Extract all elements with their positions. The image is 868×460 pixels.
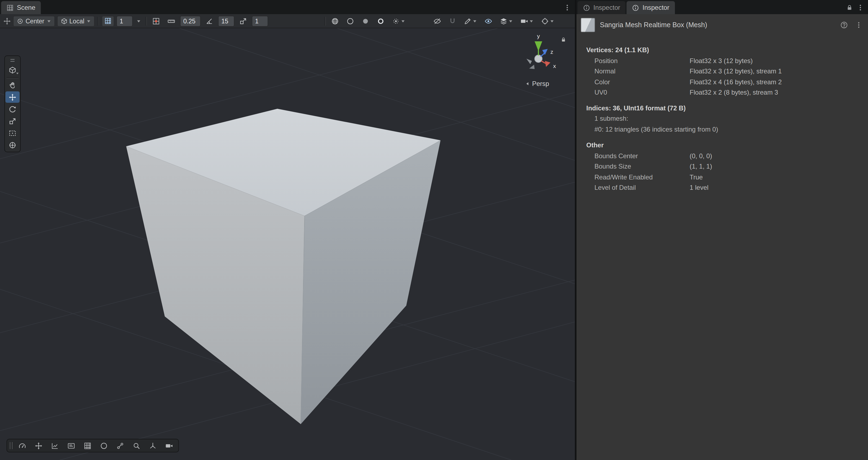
gizmo-lock-icon[interactable] <box>561 37 566 42</box>
inspector-panel-menu-icon[interactable] <box>855 1 866 14</box>
axis-icon <box>149 442 156 450</box>
inspector-lock-icon[interactable] <box>844 1 855 14</box>
chevron-down-icon <box>550 19 554 23</box>
transform-icon <box>9 141 16 149</box>
help-icon[interactable] <box>839 20 849 30</box>
effects-dropdown[interactable] <box>390 16 408 26</box>
view-tool-button[interactable] <box>5 80 20 91</box>
tool-palette <box>4 56 21 152</box>
pivot-label: Center <box>26 18 44 24</box>
tools-overlay-menu[interactable] <box>5 64 20 75</box>
stats-gauge-button[interactable] <box>15 440 29 451</box>
audio-toggle[interactable] <box>359 16 372 26</box>
overlays-dropdown[interactable] <box>497 16 516 26</box>
pen-icon <box>464 17 471 25</box>
eye-icon <box>485 17 492 25</box>
property-row: Bounds Center (0, 0, 0) <box>577 151 868 161</box>
rect-tool-button[interactable] <box>5 127 20 139</box>
rotate-tool-button[interactable] <box>5 103 20 115</box>
layers-icon <box>500 17 507 25</box>
property-label: UV0 <box>594 89 690 96</box>
mesh-thumbnail[interactable] <box>581 18 595 32</box>
transform-tool-button[interactable] <box>5 139 20 151</box>
section-title: Vertices: 24 (1.1 KB) <box>577 44 868 56</box>
annotation-dropdown[interactable] <box>461 16 480 26</box>
projection-toggle[interactable]: Persp <box>507 80 567 88</box>
gauge-icon <box>18 442 26 450</box>
info-line: #0: 12 triangles (36 indices starting fr… <box>577 124 868 135</box>
overlay-drag-handle[interactable] <box>10 442 12 449</box>
tab-scene[interactable]: Scene <box>1 1 41 14</box>
console-button[interactable] <box>64 440 78 451</box>
section-title: Indices: 36, UInt16 format (72 B) <box>577 103 868 114</box>
orb-icon <box>541 17 549 25</box>
toolbar-divider <box>98 17 98 25</box>
gizmo-x-axis[interactable]: x <box>541 61 556 69</box>
effects-toggle[interactable] <box>374 16 387 26</box>
grid-size-dropdown[interactable] <box>135 16 143 26</box>
property-value: 1 level <box>690 184 868 192</box>
search-icon <box>132 442 140 450</box>
property-value: Float32 x 3 (12 bytes), stream 1 <box>690 68 868 75</box>
inspector-title: Sangria Mesh Realtime Box (Mesh) <box>600 21 707 29</box>
tab-inspector-1[interactable]: Inspector <box>578 1 626 14</box>
scene-toolbar: Center Local <box>0 14 575 28</box>
header-menu-icon[interactable] <box>854 20 864 30</box>
scale-snap-icon <box>239 17 247 25</box>
hidden-objects-toggle[interactable] <box>431 16 444 26</box>
svg-text:y: y <box>537 33 540 39</box>
tab-inspector-2[interactable]: Inspector <box>627 1 675 14</box>
gizmos-dropdown[interactable] <box>538 16 557 26</box>
scene-panel-menu-icon[interactable] <box>562 1 573 14</box>
search-button[interactable] <box>129 440 143 451</box>
inspector-tab-icon <box>632 4 639 11</box>
pivot-mode-dropdown[interactable]: Center <box>13 16 55 26</box>
rotate-snap-button[interactable] <box>203 16 216 26</box>
scale-snap-button[interactable] <box>237 16 250 26</box>
gizmo-negative-axes[interactable] <box>526 59 535 69</box>
scene-viewport[interactable]: y z x <box>0 28 575 460</box>
profiler-chart-button[interactable] <box>48 440 61 451</box>
toolbar-divider <box>325 17 325 25</box>
rotate-snap-icon <box>206 17 213 25</box>
sphere-preview-button[interactable] <box>97 440 111 451</box>
grid-toggle-icon <box>104 18 112 25</box>
grid-size-field[interactable] <box>116 16 133 26</box>
property-label: Level of Detail <box>594 184 690 192</box>
cube-object[interactable] <box>126 109 440 424</box>
scale-tool-button[interactable] <box>5 115 20 127</box>
lighting-toggle[interactable] <box>344 16 357 26</box>
move-snap-field[interactable] <box>180 16 201 26</box>
chevron-down-icon <box>46 19 51 23</box>
svg-text:z: z <box>550 49 553 55</box>
chevron-down-icon <box>473 19 477 23</box>
move-overlay-button[interactable] <box>32 440 45 451</box>
scene-visibility-toggle[interactable] <box>482 16 495 26</box>
move-tool-button[interactable] <box>5 91 20 103</box>
scene-tab-icon <box>6 4 13 11</box>
inspector-tab-label: Inspector <box>643 4 670 11</box>
palette-drag-handle[interactable] <box>6 57 19 64</box>
rotate-snap-field[interactable] <box>218 16 235 26</box>
camera-dropdown[interactable] <box>518 16 536 26</box>
camera-overlay-button[interactable] <box>162 440 176 451</box>
shaded-mode-button[interactable] <box>329 16 342 26</box>
scene-3d-view <box>0 28 575 460</box>
scale-snap-field[interactable] <box>252 16 268 26</box>
snap-magnet-toggle[interactable] <box>446 16 459 26</box>
gizmo-y-axis[interactable]: y <box>535 33 542 56</box>
inspector-panel: Inspector Inspector Sangria Mesh Realtim… <box>577 0 868 460</box>
handle-orientation-dropdown[interactable]: Local <box>57 16 95 26</box>
chevron-down-icon <box>529 19 533 23</box>
move-snap-button[interactable] <box>165 16 178 26</box>
grid-stats-button[interactable] <box>81 440 94 451</box>
orientation-gizmo[interactable]: y z x <box>507 30 567 88</box>
gizmo-z-axis[interactable]: z <box>540 49 553 57</box>
console-icon <box>67 442 75 450</box>
eye-off-icon <box>433 17 441 25</box>
grid-snap-toggle[interactable] <box>150 16 163 26</box>
particles-button[interactable] <box>113 440 127 451</box>
grid-visibility-toggle[interactable] <box>102 16 114 26</box>
inspector-content: Vertices: 24 (1.1 KB) Position Float32 x… <box>577 36 868 193</box>
axis-button[interactable] <box>146 440 159 451</box>
